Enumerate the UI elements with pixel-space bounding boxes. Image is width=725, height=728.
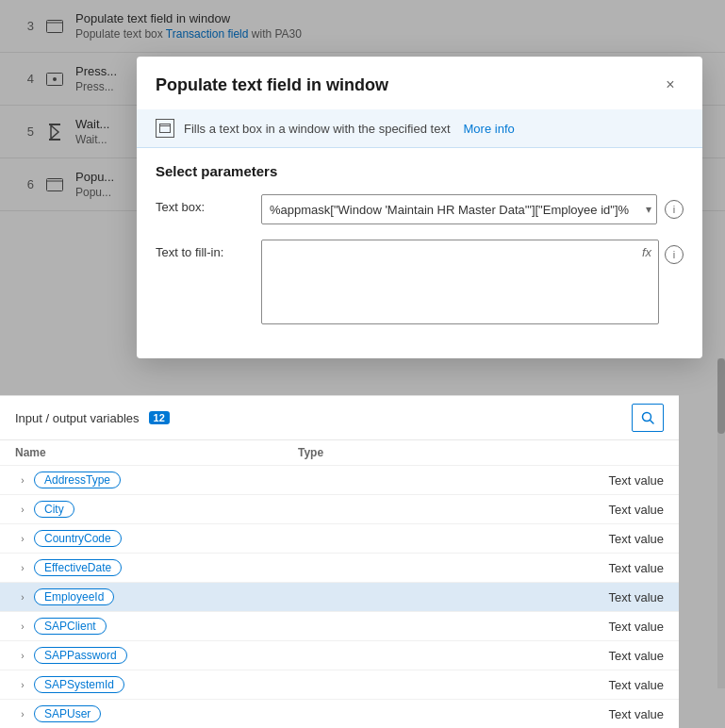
row-chevron-icon: › xyxy=(15,502,30,517)
variables-title: Input / output variables xyxy=(15,411,140,425)
text-box-select-wrapper: %appmask["Window 'Maintain HR Master Dat… xyxy=(261,194,659,224)
text-box-label: Text box: xyxy=(156,194,250,214)
text-box-info-icon[interactable]: i xyxy=(665,200,684,219)
variable-chip: EffectiveDate xyxy=(34,559,122,576)
variable-row[interactable]: › CountryCode Text value xyxy=(0,523,679,553)
textarea-wrapper: fx xyxy=(261,240,659,324)
select-params-title: Select parameters xyxy=(156,163,684,179)
variables-count-badge: 12 xyxy=(149,411,170,424)
more-info-link[interactable]: More info xyxy=(464,122,515,136)
row-chevron-icon: › xyxy=(15,589,30,604)
text-fill-label: Text to fill-in: xyxy=(156,240,250,259)
row-chevron-icon: › xyxy=(15,648,30,663)
variable-row[interactable]: › EffectiveDate Text value xyxy=(0,553,679,582)
variable-row[interactable]: › SAPSystemId Text value xyxy=(0,670,679,699)
window-info-icon xyxy=(156,119,174,138)
variable-type: Text value xyxy=(599,532,664,546)
row-chevron-icon: › xyxy=(15,619,30,634)
text-box-select[interactable]: %appmask["Window 'Maintain HR Master Dat… xyxy=(261,194,657,224)
variable-chip: City xyxy=(34,501,74,518)
variable-chip: SAPSystemId xyxy=(34,676,124,693)
row-chevron-icon: › xyxy=(15,472,30,488)
dialog-title: Populate text field in window xyxy=(156,75,388,95)
variable-type: Text value xyxy=(599,503,664,517)
variable-chip: SAPUser xyxy=(34,705,101,722)
variable-type: Text value xyxy=(599,707,664,721)
variable-type: Text value xyxy=(599,620,664,634)
text-fill-input[interactable] xyxy=(261,240,659,324)
variable-type: Text value xyxy=(599,678,664,692)
dialog-body: Select parameters Text box: %appmask["Wi… xyxy=(137,148,702,358)
variable-chip: EmployeeId xyxy=(34,588,114,605)
variables-list: › AddressType Text value › City Text val… xyxy=(0,465,679,728)
variable-row[interactable]: › SAPClient Text value xyxy=(0,611,679,640)
variable-row[interactable]: › City Text value xyxy=(0,494,679,523)
col-header-type: Type xyxy=(298,446,323,459)
variable-chip: SAPPassword xyxy=(34,647,127,664)
variables-header: Input / output variables 12 xyxy=(0,396,679,440)
row-chevron-icon: › xyxy=(15,706,30,721)
variable-type: Text value xyxy=(599,473,664,488)
variables-search-button[interactable] xyxy=(632,404,664,432)
variables-panel: Input / output variables 12 Name Type › … xyxy=(0,395,679,728)
row-chevron-icon: › xyxy=(15,531,30,546)
col-header-name: Name xyxy=(15,446,298,459)
variable-row[interactable]: › SAPPassword Text value xyxy=(0,640,679,670)
text-box-control: %appmask["Window 'Maintain HR Master Dat… xyxy=(261,194,684,224)
variables-column-headers: Name Type xyxy=(0,440,679,465)
dialog-header: Populate text field in window × xyxy=(137,57,702,109)
variable-chip: SAPClient xyxy=(34,618,107,635)
variable-type: Text value xyxy=(599,590,664,604)
variable-type: Text value xyxy=(599,649,664,663)
text-fill-info-icon[interactable]: i xyxy=(665,245,684,264)
variable-chip: AddressType xyxy=(34,472,121,488)
text-fill-control: fx i xyxy=(261,240,684,324)
svg-rect-8 xyxy=(160,124,171,133)
info-banner-text: Fills a text box in a window with the sp… xyxy=(184,122,451,136)
variable-chip: CountryCode xyxy=(34,530,122,547)
variable-type: Text value xyxy=(599,561,664,575)
row-chevron-icon: › xyxy=(15,677,30,692)
svg-line-11 xyxy=(651,421,654,424)
info-banner: Fills a text box in a window with the sp… xyxy=(137,109,702,148)
variable-row[interactable]: › SAPUser Text value xyxy=(0,699,679,728)
close-button[interactable]: × xyxy=(657,72,684,98)
row-chevron-icon: › xyxy=(15,560,30,575)
text-fill-row: Text to fill-in: fx i xyxy=(156,240,684,324)
variable-row[interactable]: › EmployeeId Text value xyxy=(0,582,679,611)
variable-row[interactable]: › AddressType Text value xyxy=(0,465,679,494)
populate-textfield-dialog: Populate text field in window × Fills a … xyxy=(137,57,702,358)
text-box-row: Text box: %appmask["Window 'Maintain HR … xyxy=(156,194,684,224)
